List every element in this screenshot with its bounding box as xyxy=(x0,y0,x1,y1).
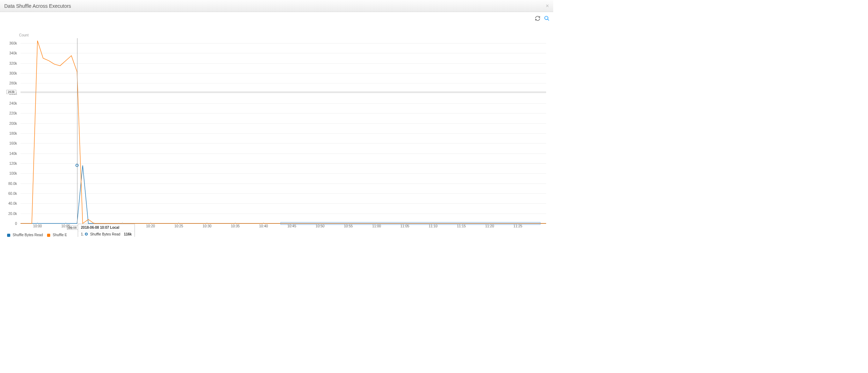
x-tick-label: 11:00 xyxy=(372,224,381,228)
panel-title: Data Shuffle Across Executors xyxy=(4,0,71,12)
series-line xyxy=(21,41,546,223)
x-tick-label: 10:50 xyxy=(316,224,324,228)
y-tick-label: 160k xyxy=(9,141,17,145)
y-axis-title: Count xyxy=(19,33,29,37)
close-icon[interactable]: × xyxy=(546,0,549,12)
x-tick-label: 11:25 xyxy=(514,224,522,228)
legend-item[interactable]: Shuffle Bytes Read xyxy=(7,233,43,237)
chart-tooltip: 2018-06-08 10:07 Local 1. Shuffle Bytes … xyxy=(78,224,135,237)
chart-legend: Shuffle Bytes Read Shuffle E xyxy=(7,233,67,237)
y-tick-label: 300k xyxy=(9,71,17,75)
x-tick-label: 11:20 xyxy=(485,224,494,228)
x-tick-label: 10:00 xyxy=(33,224,42,228)
tooltip-row: 1. Shuffle Bytes Read 116k xyxy=(78,231,135,237)
y-tick-label: 340k xyxy=(9,51,17,55)
y-tick-label: 320k xyxy=(9,61,17,65)
y-tick-label: 80.0k xyxy=(8,181,17,185)
y-tick-label: 100k xyxy=(9,171,17,175)
x-tick-label: 10:20 xyxy=(146,224,155,228)
tooltip-row-value: 116k xyxy=(124,232,132,236)
y-tick-label: 280k xyxy=(9,81,17,85)
y-tick-label: 40.0k xyxy=(8,202,17,205)
x-tick-label-truncated: 10:0 xyxy=(66,226,73,230)
tooltip-row-index: 1. xyxy=(81,232,84,236)
x-tick-label: 10:45 xyxy=(287,224,296,228)
x-tick-label: 10:30 xyxy=(203,224,212,228)
x-tick-label: 10:55 xyxy=(344,224,353,228)
legend-swatch-icon xyxy=(47,234,50,237)
panel-header: Data Shuffle Across Executors × xyxy=(0,0,553,12)
legend-item[interactable]: Shuffle E xyxy=(47,233,67,237)
hover-y-value-badge: 263k xyxy=(6,90,16,94)
legend-label: Shuffle Bytes Read xyxy=(13,233,43,237)
x-tick-label: 10:40 xyxy=(259,224,268,228)
x-tick-label: 11:10 xyxy=(429,224,438,228)
tooltip-row-label: Shuffle Bytes Read xyxy=(90,232,120,236)
x-tick-label: 10:35 xyxy=(231,224,240,228)
legend-label: Shuffle E xyxy=(53,233,67,237)
series-line xyxy=(21,165,546,223)
y-tick-label: 240k xyxy=(9,101,17,105)
x-tick-label: 10:25 xyxy=(174,224,183,228)
chart-plot-area[interactable] xyxy=(21,38,546,223)
y-tick-label: 20.0k xyxy=(8,211,17,215)
y-tick-label: 60.0k xyxy=(8,192,17,196)
tooltip-timestamp: 2018-06-08 10:07 Local xyxy=(78,224,135,231)
y-tick-label: 360k xyxy=(9,41,17,45)
y-tick-label: 200k xyxy=(9,121,17,125)
y-tick-label: 220k xyxy=(9,111,17,115)
hover-crosshair-vertical xyxy=(77,38,77,223)
legend-swatch-icon xyxy=(7,234,10,237)
y-tick-label: 140k xyxy=(9,151,17,155)
series-marker-icon xyxy=(85,233,88,235)
y-tick-label: 120k xyxy=(9,162,17,165)
y-tick-label: 0 xyxy=(15,222,17,226)
hover-crosshair-horizontal xyxy=(21,92,546,92)
x-tick-label: 11:15 xyxy=(457,224,466,228)
x-tick-label: 11:05 xyxy=(400,224,409,228)
y-tick-label: 180k xyxy=(9,132,17,135)
